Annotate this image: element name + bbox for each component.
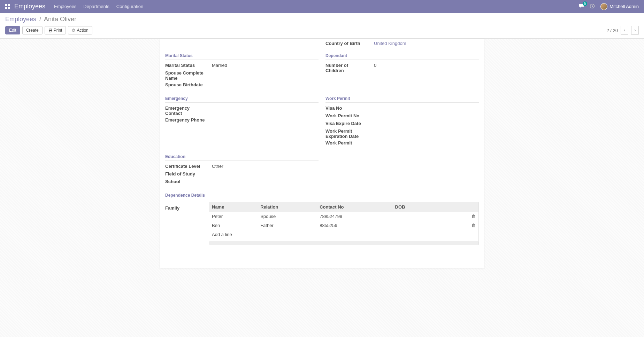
user-menu[interactable]: Mitchell Admin (600, 3, 639, 10)
field-study-value (209, 171, 319, 178)
gear-icon (72, 29, 75, 32)
trash-icon[interactable]: 🗑 (468, 221, 478, 230)
country-of-birth-value[interactable]: United Kingdom (374, 41, 406, 46)
col-education: Education Certificate Level Other Field … (165, 151, 319, 189)
col-education-right-empty (325, 151, 479, 189)
dependant-title: Dependant (325, 50, 479, 60)
spouse-name-value (209, 70, 319, 81)
nav-link-departments[interactable]: Departments (83, 4, 109, 9)
country-of-birth-label: Country of Birth (325, 41, 371, 47)
trash-icon[interactable]: 🗑 (468, 212, 478, 221)
work-permit-exp-label: Work Permit Expiration Date (325, 128, 371, 139)
nav-link-configuration[interactable]: Configuration (116, 4, 143, 9)
row-dependence: Dependence Details Family Name Relation … (165, 189, 479, 245)
apps-icon[interactable] (5, 4, 10, 9)
col-right-birth: Country of Birth United Kingdom (325, 39, 479, 50)
table-row[interactable]: PeterSpouse788524799🗑 (209, 212, 478, 221)
messages-badge: 5 (583, 1, 588, 6)
cert-level-label: Certificate Level (165, 164, 209, 170)
edit-button[interactable]: Edit (5, 26, 20, 34)
visa-expire-value (371, 121, 479, 127)
num-children-label: Number of Children (325, 63, 371, 73)
emergency-phone-value (209, 117, 319, 124)
cell-relation: Father (258, 221, 317, 230)
marital-status-value: Married (209, 63, 319, 69)
cert-level-value: Other (209, 164, 319, 170)
action-button[interactable]: Action (68, 26, 92, 34)
family-label: Family (165, 202, 209, 245)
row-marital-dependant: Marital Status Marital Status Married Sp… (165, 50, 479, 93)
work-permit-no-value (371, 113, 479, 119)
school-label: School (165, 179, 209, 185)
row-emergency-permit: Emergency Emergency Contact Emergency Ph… (165, 93, 479, 151)
num-children-value: 0 (371, 63, 479, 73)
work-permit-no-label: Work Permit No (325, 113, 371, 119)
col-emergency: Emergency Emergency Contact Emergency Ph… (165, 93, 319, 151)
pager-next[interactable]: › (631, 26, 639, 35)
th-dob[interactable]: DOB (392, 202, 468, 212)
control-bar: Employees / Anita Oliver Edit Create Pri… (0, 13, 644, 39)
col-dependant: Dependant Number of Children 0 (325, 50, 479, 93)
brand-title[interactable]: Employees (14, 3, 45, 10)
pager-prev[interactable]: ‹ (621, 26, 628, 35)
pager-label: 2 / 20 (606, 28, 618, 33)
marital-status-title: Marital Status (165, 50, 319, 60)
cell-relation: Spouse (258, 212, 317, 221)
main-area: Country of Birth United Kingdom Marital … (0, 39, 644, 279)
th-name[interactable]: Name (209, 202, 258, 212)
pager: 2 / 20 ‹ › (606, 26, 639, 35)
svg-point-4 (73, 30, 74, 31)
th-contact[interactable]: Contact No (317, 202, 392, 212)
family-table-wrap: Name Relation Contact No DOB PeterSpouse… (209, 202, 479, 245)
field-study-label: Field of Study (165, 171, 209, 178)
add-line[interactable]: Add a line (209, 230, 478, 239)
emergency-phone-label: Emergency Phone (165, 117, 209, 124)
nav-links: Employees Departments Configuration (54, 4, 143, 9)
breadcrumb-separator: / (39, 16, 41, 23)
form-sheet: Country of Birth United Kingdom Marital … (160, 39, 484, 268)
breadcrumb-current: Anita Oliver (44, 16, 76, 23)
col-work-permit: Work Permit Visa No Work Permit No Visa … (325, 93, 479, 151)
school-value (209, 179, 319, 185)
table-row[interactable]: BenFather8855256🗑 (209, 221, 478, 230)
marital-status-label: Marital Status (165, 63, 209, 69)
top-nav: Employees Employees Departments Configur… (0, 0, 644, 13)
avatar (600, 3, 607, 10)
dep-details-title: Dependence Details (165, 189, 479, 199)
emergency-contact-label: Emergency Contact (165, 105, 209, 116)
th-relation[interactable]: Relation (258, 202, 317, 212)
family-table: Name Relation Contact No DOB PeterSpouse… (209, 202, 478, 239)
breadcrumb-parent[interactable]: Employees (5, 16, 36, 23)
print-label: Print (54, 28, 62, 33)
cell-name: Peter (209, 212, 258, 221)
education-title: Education (165, 151, 319, 161)
messages-icon[interactable]: 5 (578, 3, 584, 9)
work-permit-title: Work Permit (325, 93, 479, 103)
emergency-contact-value (209, 105, 319, 116)
visa-no-label: Visa No (325, 105, 371, 112)
cell-name: Ben (209, 221, 258, 230)
cell-dob (392, 212, 468, 221)
cell-dob (392, 221, 468, 230)
col-marital: Marital Status Marital Status Married Sp… (165, 50, 319, 93)
spouse-birthdate-label: Spouse Birthdate (165, 82, 209, 88)
print-button[interactable]: Print (45, 26, 66, 34)
row-education: Education Certificate Level Other Field … (165, 151, 479, 189)
work-permit-value (371, 140, 479, 147)
svg-rect-1 (49, 29, 52, 30)
table-scrollbar[interactable] (209, 241, 478, 245)
emergency-title: Emergency (165, 93, 319, 103)
work-permit-label: Work Permit (325, 140, 371, 147)
th-delete (468, 202, 478, 212)
activities-icon[interactable] (590, 3, 595, 10)
spouse-name-label: Spouse Complete Name (165, 70, 209, 81)
nav-right: 5 Mitchell Admin (578, 3, 639, 10)
create-button[interactable]: Create (22, 26, 43, 34)
breadcrumb: Employees / Anita Oliver (5, 16, 639, 23)
work-permit-exp-value (371, 128, 479, 139)
nav-link-employees[interactable]: Employees (54, 4, 76, 9)
cell-contact: 788524799 (317, 212, 392, 221)
print-icon (48, 29, 52, 32)
svg-rect-3 (49, 31, 51, 32)
action-label: Action (77, 28, 88, 33)
